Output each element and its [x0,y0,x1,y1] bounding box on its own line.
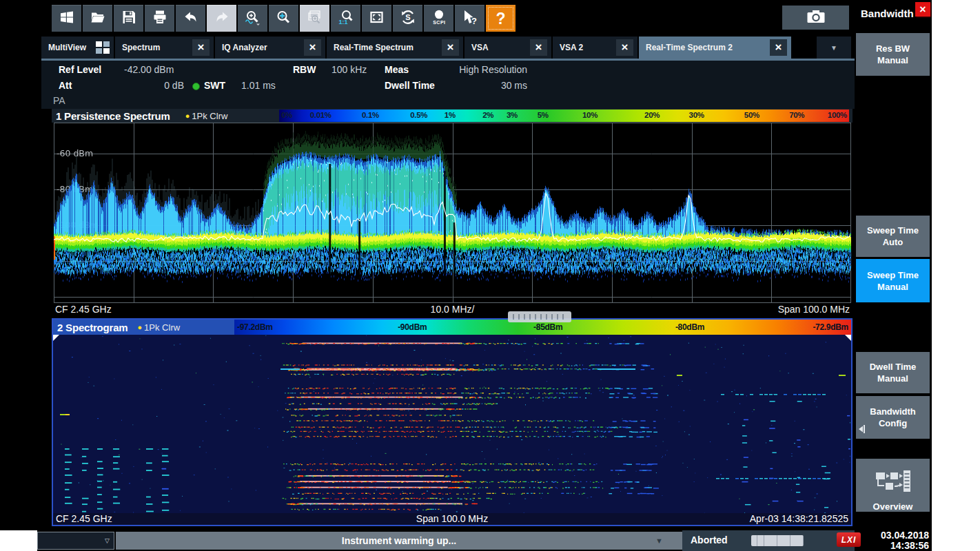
close-icon[interactable]: × [915,2,930,17]
dwell-time-value[interactable]: 30 ms [482,80,527,91]
tab-label: VSA 2 [560,43,612,52]
spectrogram-footer: CF 2.45 GHz Span 100.0 MHz Apr-03 14:38:… [53,513,851,525]
zoom-one-to-one-button[interactable]: 1:1 [331,5,360,32]
scpi-icon: SCPI [430,8,448,29]
persistence-footer: CF 2.45 GHz 10.0 MHz/ Span 100.0 MHz [54,303,851,316]
ref-level-label: Ref Level [59,64,101,75]
lxi-badge[interactable]: LXI [837,532,861,547]
softkey-bandwidth-config[interactable]: Bandwidth Config [856,396,930,439]
date-time-display[interactable]: 03.04.2018 14:38:56 [860,530,929,551]
scale-tick: 2% [482,111,493,119]
zoom-trace-button[interactable] [238,5,267,32]
scale-tick: 10% [582,111,598,119]
selected-window-corner-marker [845,335,851,341]
tab-label: Real-Time Spectrum 2 [646,43,766,52]
scale-tick: 0.01% [310,111,331,119]
tab-label: MultiView [48,43,89,52]
redo-button[interactable] [207,5,236,32]
att-value[interactable]: 0 dB [110,80,184,91]
swt-value[interactable]: 1.01 ms [241,80,276,91]
persistence-spectrum-window: 1 Persistence Spectrum ● 1Pk Clrw 0% 0.0… [52,109,853,316]
softkey-res-bw-manual[interactable]: Res BW Manual [856,33,930,76]
one-to-one-label: 1:1 [339,18,348,25]
open-file-button[interactable] [83,5,112,32]
scale-tick: 3% [507,111,518,119]
tab-close-icon[interactable]: × [770,39,787,56]
trace-marker-dot: ● [137,323,142,331]
overview-flowchart-icon [875,458,912,497]
cursor-help-icon: ? [461,9,478,29]
chevron-down-icon: ▽ [105,537,110,544]
tab-close-icon[interactable]: × [192,39,210,56]
tab-label: IQ Analyzer [222,43,300,52]
tab-label: Real-Time Spectrum [334,43,438,52]
tab-real-time-spectrum[interactable]: Real-Time Spectrum × [327,37,463,59]
screenshot-button[interactable] [782,6,849,30]
camera-icon [806,8,826,28]
windows-logo-icon [59,9,75,28]
sync-button[interactable]: S [393,5,422,32]
ref-level-value[interactable]: -42.00 dBm [124,64,174,75]
time-label: 14:38:56 [860,541,929,551]
trace-marker-dot: ● [185,112,190,120]
fullscreen-button[interactable] [362,5,391,32]
scpi-button[interactable]: SCPI [424,5,453,32]
softkey-dwell-time-manual[interactable]: Dwell Time Manual [856,352,930,393]
spectrogram-window: 2 Spectrogram ● 1Pk Clrw -97.2dBm -90dBm… [52,318,853,526]
spectrogram-display[interactable] [53,335,850,514]
span-label[interactable]: Span 100.0 MHz [53,513,851,524]
scale-tick: 1% [445,111,456,119]
tab-multiview[interactable]: MultiView [41,37,114,59]
tab-close-icon[interactable]: × [442,39,459,56]
print-button[interactable] [145,5,174,32]
scale-tick: 50% [744,111,759,119]
rbw-value[interactable]: 100 kHz [331,64,367,75]
persistence-color-scale: 0% 0.01% 0.1% 0.5% 1% 2% 3% 5% 10% 20% 3… [279,110,849,122]
tab-close-icon[interactable]: × [304,39,321,56]
frame-timestamp: Apr-03 14:38:21.82525 [750,513,848,524]
scale-tick: 20% [644,111,660,119]
tab-close-icon[interactable]: × [530,39,547,56]
softkey-overview[interactable]: Overview [856,459,930,512]
tab-close-icon[interactable]: × [616,39,633,56]
zoom-windows-icon [306,9,323,29]
status-message-bar[interactable]: Instrument warming up... ▼ [116,532,682,550]
scale-tick: 5% [538,111,549,119]
scale-tick: 70% [789,111,804,119]
undo-button[interactable] [176,5,205,32]
windows-start-button[interactable] [52,5,81,32]
scale-tick: -85dBm [533,322,562,332]
softkey-sweep-time-manual[interactable]: Sweep Time Manual [856,259,930,302]
one-to-one-icon: 1:1 [337,9,354,29]
window-splitter-handle[interactable] [508,311,571,322]
zoom-selection-button[interactable] [269,5,298,32]
softkey-sweep-time-auto[interactable]: Sweep Time Auto [856,216,930,257]
persistence-title-bar[interactable]: 1 Persistence Spectrum ● 1Pk Clrw 0% 0.0… [52,109,853,123]
tab-vsa[interactable]: VSA × [465,37,551,59]
date-label: 03.04.2018 [860,530,929,541]
meas-value[interactable]: High Resolution [414,64,527,75]
spectrogram-title-bar[interactable]: 2 Spectrogram ● 1Pk Clrw [53,320,234,335]
chevron-down-icon: ▼ [655,537,663,545]
tab-vsa-2[interactable]: VSA 2 × [553,37,637,59]
save-button[interactable] [114,5,143,32]
status-dropdown[interactable]: ▽ [37,532,114,550]
softkey-menu-title: Bandwidth [861,8,914,19]
status-message: Instrument warming up... [342,535,456,546]
tab-real-time-spectrum-2[interactable]: Real-Time Spectrum 2 × [639,37,791,59]
fullscreen-icon [368,9,385,29]
help-button[interactable]: ? [486,5,515,32]
zoom-windows-button[interactable] [300,5,329,32]
scale-tick: -80dBm [675,322,704,332]
selected-window-corner-marker [53,335,59,341]
tab-iq-analyzer[interactable]: IQ Analyzer × [215,37,325,59]
tab-spectrum[interactable]: Spectrum × [115,37,214,59]
chevron-down-icon: ▼ [830,44,837,52]
tab-overflow-dropdown[interactable]: ▼ [817,37,851,59]
span-label[interactable]: Span 100.0 MHz [778,304,850,315]
scpi-label: SCPI [433,20,445,25]
dwell-time-label: Dwell Time [385,80,435,91]
context-help-button[interactable]: ? [455,5,484,32]
help-icon: ? [496,10,505,28]
persistence-display[interactable] [54,123,851,303]
